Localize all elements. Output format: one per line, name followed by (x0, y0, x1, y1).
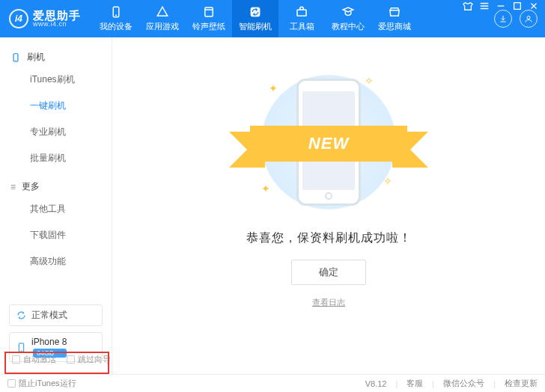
logo-title: 爱思助手 (33, 10, 81, 21)
phone-icon (109, 5, 123, 19)
nav-apps[interactable]: 应用游戏 (139, 0, 186, 37)
sidebar-item-oneclick-flash[interactable]: 一键刷机 (0, 93, 112, 119)
sidebar: 刷机 iTunes刷机 一键刷机 专业刷机 批量刷机 ≡ 更多 其他工具 下载固… (0, 37, 112, 374)
block-itunes-checkbox[interactable]: 阻止iTunes运行 (7, 378, 76, 389)
success-illustration: ✦ ✧ ✦ ✧ NEW (246, 67, 411, 217)
nav-label: 应用游戏 (146, 21, 179, 32)
nav-label: 爱思商城 (378, 21, 411, 32)
sidebar-item-advanced[interactable]: 高级功能 (0, 248, 112, 275)
wechat-link[interactable]: 微信公众号 (443, 378, 484, 389)
store-icon (388, 5, 401, 19)
success-message: 恭喜您，保资料刷机成功啦！ (246, 230, 412, 246)
ok-button[interactable]: 确定 (291, 260, 366, 285)
ringtones-icon (202, 5, 216, 19)
svg-rect-5 (297, 10, 306, 16)
nav-store[interactable]: 爱思商城 (371, 0, 418, 37)
tshirt-icon[interactable] (463, 1, 473, 11)
more-icon: ≡ (10, 182, 16, 192)
flash-icon (249, 5, 262, 19)
checkbox-label: 自动激活 (23, 354, 56, 365)
minimize-icon[interactable] (496, 1, 506, 11)
nav-label: 铃声壁纸 (192, 21, 225, 32)
nav-label: 教程中心 (332, 21, 365, 32)
nav-toolbox[interactable]: 工具箱 (278, 0, 325, 37)
main-nav: 我的设备 应用游戏 铃声壁纸 智能刷机 工具箱 教程中心 爱思商城 (93, 0, 418, 37)
nav-flash[interactable]: 智能刷机 (232, 0, 278, 37)
checkbox-label: 阻止iTunes运行 (19, 378, 76, 389)
maximize-icon[interactable] (512, 1, 523, 11)
tutorials-icon (341, 5, 355, 19)
apps-icon (156, 5, 169, 19)
checkbox-icon (67, 355, 75, 364)
svg-point-2 (115, 15, 117, 16)
nav-ringtones[interactable]: 铃声壁纸 (186, 0, 232, 37)
device-mode-chip[interactable]: 正常模式 (9, 304, 103, 326)
check-update-link[interactable]: 检查更新 (505, 378, 538, 389)
section-title: 刷机 (27, 51, 45, 64)
sidebar-section-flash[interactable]: 刷机 (0, 48, 112, 67)
mode-label: 正常模式 (31, 309, 67, 322)
nav-label: 我的设备 (100, 21, 133, 32)
bottom-options: 自动激活 跳过向导 (7, 348, 115, 371)
content-area: ✦ ✧ ✦ ✧ NEW 恭喜您，保资料刷机成功啦！ 确定 查看日志 (112, 37, 545, 374)
nav-label: 工具箱 (290, 21, 314, 32)
status-bar: 阻止iTunes运行 V8.12 | 客服 | 微信公众号 | 检查更新 (0, 374, 545, 392)
close-icon[interactable] (529, 1, 539, 11)
download-button[interactable] (494, 10, 512, 28)
logo-badge: i4 (9, 9, 28, 28)
sidebar-item-itunes-flash[interactable]: iTunes刷机 (0, 67, 112, 93)
version-label: V8.12 (365, 379, 387, 388)
support-link[interactable]: 客服 (407, 378, 423, 389)
nav-tutorials[interactable]: 教程中心 (325, 0, 371, 37)
svg-point-6 (527, 16, 530, 19)
sidebar-item-batch-flash[interactable]: 批量刷机 (0, 145, 112, 171)
skip-guide-checkbox[interactable]: 跳过向导 (67, 354, 111, 365)
svg-rect-0 (514, 3, 521, 10)
checkbox-label: 跳过向导 (78, 354, 111, 365)
auto-activate-checkbox[interactable]: 自动激活 (12, 354, 56, 365)
nav-my-device[interactable]: 我的设备 (93, 0, 139, 37)
toolbox-icon (295, 5, 308, 19)
nav-label: 智能刷机 (239, 21, 272, 32)
device-name: iPhone 8 (31, 337, 67, 347)
sidebar-item-other-tools[interactable]: 其他工具 (0, 196, 112, 222)
svg-rect-3 (205, 7, 213, 16)
sidebar-section-more[interactable]: ≡ 更多 (0, 177, 112, 196)
app-logo: i4 爱思助手 www.i4.cn (0, 9, 87, 28)
refresh-icon (16, 310, 27, 321)
user-button[interactable] (520, 10, 538, 28)
view-log-link[interactable]: 查看日志 (312, 297, 345, 308)
device-icon (10, 52, 21, 63)
checkbox-icon (7, 379, 16, 388)
svg-point-8 (15, 59, 16, 60)
logo-subtitle: www.i4.cn (33, 21, 81, 28)
section-title: 更多 (22, 180, 40, 193)
menu-icon[interactable] (479, 1, 490, 11)
checkbox-icon (12, 355, 20, 364)
ribbon-text: NEW (308, 134, 349, 153)
sidebar-item-pro-flash[interactable]: 专业刷机 (0, 119, 112, 145)
sidebar-item-download-firmware[interactable]: 下载固件 (0, 222, 112, 248)
